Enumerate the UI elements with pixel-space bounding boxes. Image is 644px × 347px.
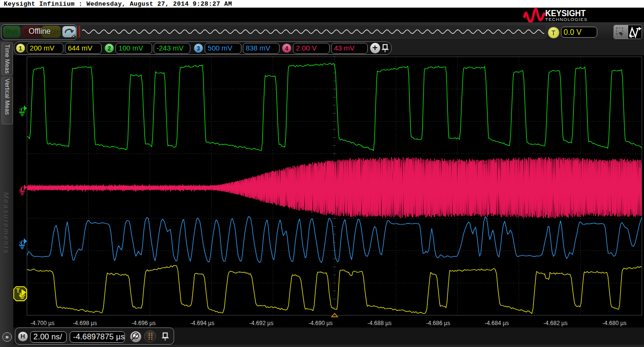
svg-text:-4.694 µs: -4.694 µs xyxy=(190,320,214,327)
svg-text:Z: Z xyxy=(134,333,138,339)
svg-text:4: 4 xyxy=(19,187,22,193)
svg-text:-4.680 µs: -4.680 µs xyxy=(602,320,626,327)
svg-text:-4.686 µs: -4.686 µs xyxy=(426,320,450,327)
svg-text:-4.692 µs: -4.692 µs xyxy=(249,320,273,327)
svg-text:-4.682 µs: -4.682 µs xyxy=(543,320,567,327)
svg-text:-4.696 µs: -4.696 µs xyxy=(132,320,156,327)
svg-text:-4.684 µs: -4.684 µs xyxy=(485,320,509,327)
svg-text:-4.688 µs: -4.688 µs xyxy=(367,320,391,327)
svg-text:3: 3 xyxy=(19,241,22,246)
svg-text:-4.690 µs: -4.690 µs xyxy=(309,320,332,327)
svg-text:-4.700 µs: -4.700 µs xyxy=(31,320,54,327)
svg-text:-4.698 µs: -4.698 µs xyxy=(73,320,97,327)
svg-text:2: 2 xyxy=(19,108,22,113)
